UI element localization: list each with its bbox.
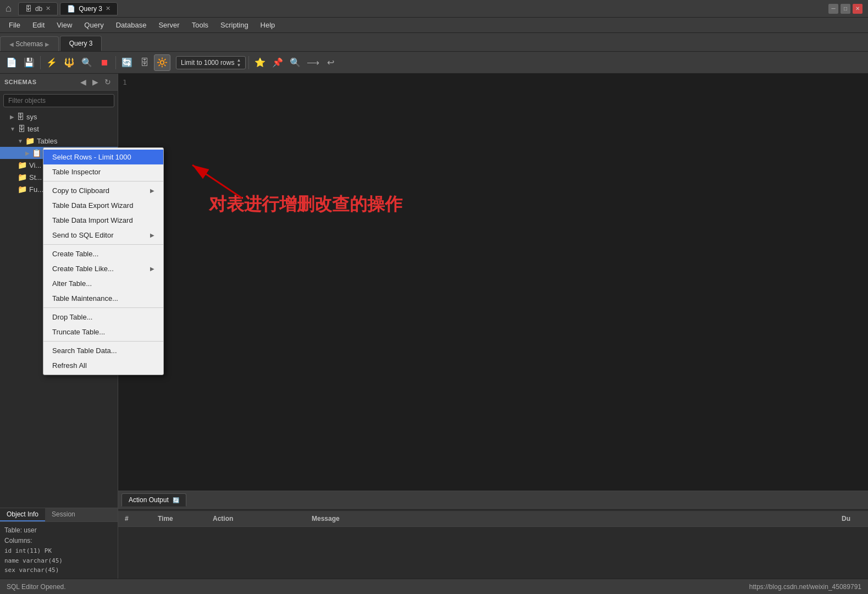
ctx-drop-table[interactable]: Drop Table...: [43, 310, 163, 324]
ctx-export-label: Table Data Export Wizard: [52, 201, 133, 210]
limit-selector[interactable]: Limit to 1000 rows ▲ ▼: [176, 56, 246, 69]
columns-label: Columns:: [4, 536, 113, 546]
new-file-button[interactable]: 📄: [3, 54, 20, 71]
menu-file[interactable]: File: [3, 19, 26, 31]
ctx-table-inspector[interactable]: Table Inspector: [43, 164, 163, 179]
tab-query-label: Query 3: [69, 40, 93, 47]
table-name: Table: user: [4, 525, 113, 536]
ctx-import-wizard[interactable]: Table Data Import Wizard: [43, 213, 163, 228]
ctx-search-label: Search Table Data...: [52, 346, 117, 355]
ctx-truncate-table[interactable]: Truncate Table...: [43, 324, 163, 339]
pin-button[interactable]: 📌: [269, 54, 286, 71]
sidebar-nav-btns: ◀ ▶ ↻: [78, 77, 113, 87]
highlight-button[interactable]: 🔆: [154, 54, 170, 71]
ctx-export-wizard[interactable]: Table Data Export Wizard: [43, 198, 163, 213]
ctx-alter-label: Alter Table...: [52, 279, 92, 288]
sidebar-nav-right[interactable]: ▶: [90, 77, 101, 87]
object-info-content: Table: user Columns: id int(11) PK name …: [0, 522, 118, 579]
tables-label: Tables: [37, 137, 58, 145]
close-button[interactable]: ✕: [853, 4, 863, 14]
ctx-import-label: Table Data Import Wizard: [52, 216, 133, 224]
tab-object-info[interactable]: Object Info: [0, 508, 45, 521]
ctx-send-to-sql-label: Send to SQL Editor: [52, 231, 114, 239]
menu-scripting[interactable]: Scripting: [215, 19, 254, 31]
ctx-alter-table[interactable]: Alter Table...: [43, 276, 163, 291]
ctx-create-table-like[interactable]: Create Table Like... ▶: [43, 261, 163, 276]
ctx-select-rows-label: Select Rows - Limit 1000: [52, 153, 131, 161]
ctx-copy-to-clipboard[interactable]: Copy to Clipboard ▶: [43, 183, 163, 198]
menu-server[interactable]: Server: [153, 19, 185, 31]
ctx-refresh-all[interactable]: Refresh All: [43, 358, 163, 373]
sidebar-reload[interactable]: ↻: [102, 77, 113, 87]
menu-tools[interactable]: Tools: [186, 19, 214, 31]
minimize-button[interactable]: ─: [828, 4, 838, 14]
status-bar: SQL Editor Opened. https://blog.csdn.net…: [0, 579, 868, 594]
tab-db[interactable]: 🗄 db ✕: [18, 2, 58, 15]
sidebar-header: SCHEMAS ◀ ▶ ↻: [0, 74, 118, 91]
window-controls: ─ □ ✕: [828, 4, 863, 14]
tab-action-output[interactable]: Action Output 🔄: [121, 493, 186, 507]
limit-label: Limit to 1000 rows: [181, 59, 234, 67]
title-bar: ⌂ 🗄 db ✕ 📄 Query 3 ✕ ─ □ ✕: [0, 0, 868, 18]
tab-schemas[interactable]: ◀ Schemas ▶: [0, 36, 59, 51]
ctx-sep-1: [43, 181, 163, 182]
views-label: Vi...: [29, 161, 41, 169]
user-arrow: ▶: [25, 150, 30, 156]
ctx-send-to-sql[interactable]: Send to SQL Editor ▶: [43, 228, 163, 243]
ctx-sep-2: [43, 244, 163, 245]
schema-button[interactable]: 🗄: [136, 54, 153, 71]
sys-arrow: ▶: [10, 114, 14, 120]
ctx-maintenance-label: Table Maintenance...: [52, 294, 118, 302]
menu-edit[interactable]: Edit: [27, 19, 50, 31]
tab-close[interactable]: ✕: [46, 5, 51, 12]
outdent-button[interactable]: ↩: [322, 54, 339, 71]
tab-schemas-arrow-right: ▶: [45, 41, 49, 47]
ctx-copy-label: Copy to Clipboard: [52, 186, 109, 195]
home-icon[interactable]: ⌂: [5, 3, 12, 14]
sidebar-nav-left[interactable]: ◀: [78, 77, 89, 87]
menu-database[interactable]: Database: [110, 19, 152, 31]
indent-button[interactable]: ⟶: [305, 54, 321, 71]
tabs-row: ◀ Schemas ▶ Query 3: [0, 33, 868, 52]
toolbar-separator-3: [248, 56, 249, 69]
ctx-create-table[interactable]: Create Table...: [43, 246, 163, 261]
stop-button[interactable]: ⏹: [96, 54, 113, 71]
tab-query3[interactable]: 📄 Query 3 ✕: [60, 2, 118, 15]
ctx-sep-4: [43, 341, 163, 342]
menu-view[interactable]: View: [51, 19, 78, 31]
explain-button[interactable]: 🔍: [79, 54, 95, 71]
tree-item-test[interactable]: ▼ 🗄 test: [0, 123, 118, 135]
menu-query[interactable]: Query: [79, 19, 109, 31]
tree-item-tables[interactable]: ▼ 📁 Tables: [0, 135, 118, 147]
ctx-select-rows[interactable]: Select Rows - Limit 1000: [43, 150, 163, 164]
db-tab-icon: 🗄: [25, 5, 32, 13]
output-table-header: # Time Action Message Du: [118, 511, 868, 527]
open-file-button[interactable]: 💾: [21, 54, 37, 71]
limit-arrows[interactable]: ▲ ▼: [236, 58, 241, 68]
tab-session[interactable]: Session: [45, 508, 82, 521]
action-output-content: # Time Action Message Du: [118, 509, 868, 579]
execute-selection-button[interactable]: 🔱: [61, 54, 78, 71]
tab-query[interactable]: Query 3: [60, 36, 102, 51]
ctx-table-maintenance[interactable]: Table Maintenance...: [43, 291, 163, 306]
ctx-sep-3: [43, 307, 163, 308]
status-left: SQL Editor Opened.: [7, 583, 66, 591]
maximize-button[interactable]: □: [841, 4, 850, 14]
menu-help[interactable]: Help: [255, 19, 281, 31]
stored-label: St...: [29, 173, 42, 182]
user-table-icon: 📋: [32, 148, 41, 157]
col-sex: sex varchar(45): [4, 565, 113, 575]
ctx-refresh-label: Refresh All: [52, 361, 87, 370]
query-tab-close[interactable]: ✕: [106, 5, 110, 12]
tree-item-sys[interactable]: ▶ 🗄 sys: [0, 111, 118, 123]
execute-button[interactable]: ⚡: [43, 54, 60, 71]
ctx-search-table-data[interactable]: Search Table Data...: [43, 343, 163, 358]
ctx-table-inspector-label: Table Inspector: [52, 168, 101, 176]
views-icon: 📁: [18, 161, 27, 169]
filter-input[interactable]: [3, 94, 114, 107]
star-button[interactable]: ⭐: [252, 54, 268, 71]
search-button[interactable]: 🔍: [287, 54, 303, 71]
refresh-button[interactable]: 🔄: [119, 54, 135, 71]
action-output-icon: 🔄: [173, 497, 179, 503]
query-tab-label: Query 3: [79, 5, 102, 13]
